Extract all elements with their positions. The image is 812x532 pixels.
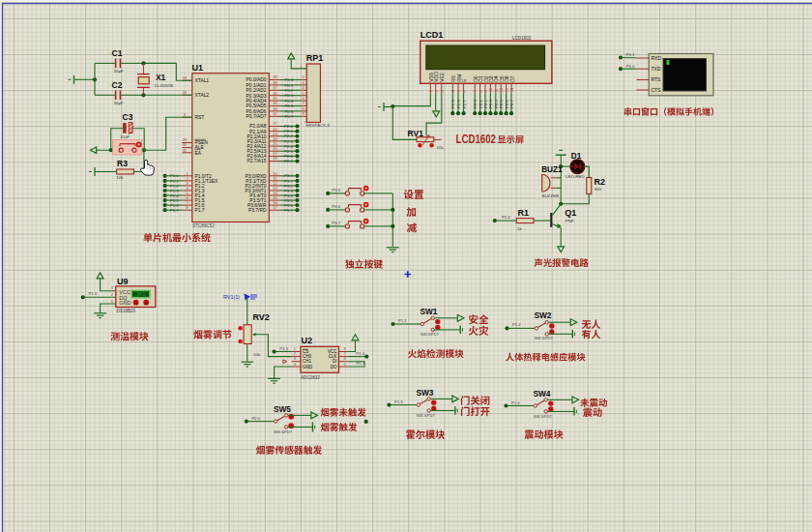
svg-text:ADC0832: ADC0832	[301, 375, 320, 380]
svg-text:STC89C52: STC89C52	[192, 223, 215, 228]
svg-text:P0.2: P0.2	[285, 88, 294, 93]
svg-text:P1.7: P1.7	[195, 208, 205, 213]
svg-text:XTAL2: XTAL2	[195, 93, 210, 98]
svg-text:SW-SPDT: SW-SPDT	[534, 414, 553, 419]
svg-text:P1.4: P1.4	[356, 351, 364, 356]
svg-text:10k: 10k	[437, 145, 445, 150]
svg-text:R3: R3	[117, 159, 128, 168]
svg-text:5: 5	[302, 91, 304, 96]
svg-text:13: 13	[505, 88, 509, 92]
svg-text:P2.7: P2.7	[462, 100, 467, 108]
svg-text:SW-SPDT: SW-SPDT	[417, 413, 436, 418]
svg-text:P0.3/AD3: P0.3/AD3	[246, 94, 267, 99]
svg-text:SW-SPDT: SW-SPDT	[420, 332, 440, 337]
svg-text:P1.2: P1.2	[512, 322, 521, 327]
svg-text:2: 2	[434, 90, 439, 92]
svg-text:RST: RST	[195, 115, 205, 120]
svg-text:P3.0: P3.0	[626, 64, 635, 69]
svg-text:P0.4/AD4: P0.4/AD4	[246, 99, 267, 103]
svg-text:10k: 10k	[253, 352, 261, 357]
svg-text:SW3: SW3	[417, 388, 434, 398]
svg-text:P3.7: P3.7	[332, 221, 340, 225]
svg-text:VEE: VEE	[439, 72, 445, 82]
svg-text:300: 300	[594, 187, 602, 192]
svg-text:3: 3	[111, 285, 113, 290]
svg-text:P0.6: P0.6	[505, 100, 509, 108]
svg-text:P0.5: P0.5	[499, 100, 504, 108]
svg-text:P3.7: P3.7	[284, 208, 293, 213]
svg-text:P1.1: P1.1	[398, 318, 407, 323]
svg-text:C2: C2	[112, 80, 123, 90]
svg-text:P0.3: P0.3	[488, 100, 493, 108]
svg-text:37: 37	[273, 85, 276, 90]
svg-text:1: 1	[111, 299, 113, 304]
svg-text:SW5: SW5	[274, 404, 291, 414]
svg-text:P1.3: P1.3	[394, 399, 403, 404]
svg-text:P0.6/AD6: P0.6/AD6	[246, 109, 267, 114]
svg-text:TXD: TXD	[652, 66, 661, 72]
svg-text:38: 38	[273, 80, 276, 85]
svg-text:XTAL1: XTAL1	[195, 78, 210, 83]
svg-text:VDD: VDD	[433, 72, 439, 82]
svg-text:P2.4: P2.4	[502, 215, 510, 220]
svg-text:7: 7	[473, 90, 478, 92]
svg-text:C1: C1	[112, 48, 123, 58]
svg-text:7: 7	[302, 101, 304, 105]
svg-text:3: 3	[294, 356, 296, 361]
svg-text:P1.6: P1.6	[89, 291, 98, 296]
svg-text:P0.0: P0.0	[473, 100, 478, 108]
svg-text:P3.7/RD: P3.7/RD	[248, 208, 267, 213]
svg-text:8: 8	[186, 205, 188, 210]
svg-text:SW-SPDT: SW-SPDT	[535, 336, 554, 340]
svg-text:P1.4: P1.4	[511, 400, 520, 405]
svg-text:P0.1: P0.1	[285, 83, 294, 88]
svg-text:10k: 10k	[116, 175, 124, 180]
svg-text:1: 1	[428, 90, 433, 92]
svg-text:P2.5: P2.5	[450, 100, 455, 108]
svg-text:9: 9	[302, 111, 304, 116]
svg-text:3: 3	[302, 80, 304, 85]
svg-text:35: 35	[273, 96, 276, 101]
svg-text:CTS: CTS	[652, 87, 662, 93]
svg-text:RV1: RV1	[408, 129, 424, 138]
svg-text:P3.6: P3.6	[332, 204, 340, 209]
svg-text:P0.7: P0.7	[285, 114, 294, 119]
svg-text:SW-SPDT: SW-SPDT	[274, 429, 293, 434]
svg-text:P0.2: P0.2	[483, 100, 488, 108]
svg-text:31: 31	[183, 148, 187, 153]
svg-text:RESPACK-8: RESPACK-8	[306, 123, 331, 128]
svg-text:RV1(1): RV1(1)	[223, 294, 240, 300]
svg-text:9: 9	[483, 90, 488, 92]
svg-text:24.0: 24.0	[136, 292, 145, 297]
svg-text:GND: GND	[303, 365, 313, 369]
svg-text:P2.7/A15: P2.7/A15	[246, 159, 266, 163]
svg-text:P0.6: P0.6	[285, 109, 294, 114]
svg-text:U9: U9	[117, 277, 129, 286]
svg-text:5: 5	[343, 362, 345, 367]
svg-text:8: 8	[302, 106, 304, 111]
svg-text:SW2: SW2	[535, 310, 552, 320]
svg-text:P2.0: P2.0	[251, 416, 260, 421]
svg-text:X1: X1	[156, 73, 166, 82]
svg-text:9: 9	[184, 112, 186, 117]
svg-text:U1: U1	[192, 63, 204, 73]
svg-text:R1: R1	[517, 208, 529, 218]
svg-text:39: 39	[273, 74, 276, 79]
svg-text:EA: EA	[195, 151, 202, 156]
svg-text:P0.4: P0.4	[494, 100, 499, 108]
svg-text:P0.0/AD0: P0.0/AD0	[246, 77, 267, 82]
svg-text:P0.0: P0.0	[285, 77, 294, 82]
svg-text:RTS: RTS	[652, 76, 662, 82]
svg-text:P0.5: P0.5	[285, 103, 294, 108]
svg-text:P0.1/AD1: P0.1/AD1	[246, 83, 267, 88]
svg-text:BUZZER: BUZZER	[542, 193, 560, 198]
svg-text:12: 12	[499, 88, 504, 92]
svg-text:P1.7: P1.7	[357, 361, 365, 366]
svg-text:Q1: Q1	[565, 208, 576, 218]
svg-text:P0.4: P0.4	[285, 99, 294, 103]
svg-text:P0.1: P0.1	[478, 100, 483, 108]
svg-text:19: 19	[183, 75, 187, 80]
svg-text:PNP: PNP	[566, 219, 574, 223]
svg-text:32: 32	[273, 111, 276, 116]
svg-text:GND: GND	[119, 300, 130, 306]
